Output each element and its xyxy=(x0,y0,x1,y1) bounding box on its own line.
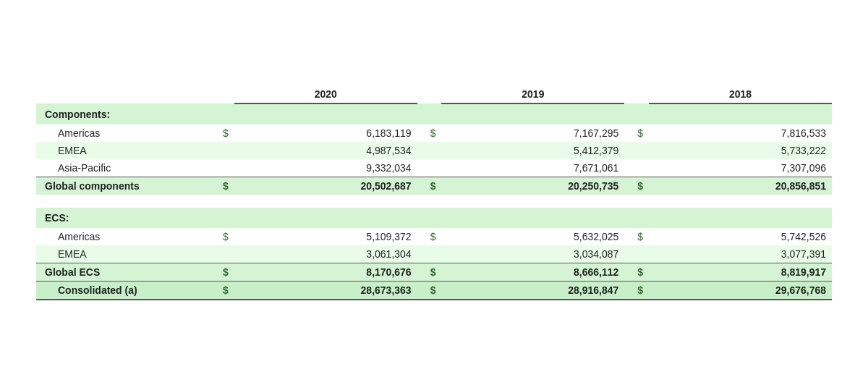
spacer-row xyxy=(36,195,832,208)
total-row: Global components$20,502,687$20,250,735$… xyxy=(36,177,832,195)
consolidated-row: Consolidated (a)$28,673,363$28,916,847$2… xyxy=(36,281,832,300)
data-row: EMEA4,987,5345,412,3795,733,222 xyxy=(36,142,832,159)
header-2020: 2020 xyxy=(234,85,417,103)
data-row: EMEA3,061,3043,034,0873,077,391 xyxy=(36,245,832,263)
header-label-col xyxy=(36,85,210,103)
section-header-row: ECS: xyxy=(36,208,832,228)
data-row: Americas$6,183,119$7,167,295$7,816,533 xyxy=(36,124,832,142)
header-2018: 2018 xyxy=(649,85,832,103)
section-header-row: Components: xyxy=(36,103,832,124)
data-row: Americas$5,109,372$5,632,025$5,742,526 xyxy=(36,228,832,245)
total-row: Global ECS$8,170,676$8,666,112$8,819,917 xyxy=(36,263,832,281)
data-row: Asia-Pacific9,332,0347,671,0617,307,096 xyxy=(36,159,832,177)
header-2019: 2019 xyxy=(441,85,624,103)
financial-table: 2020 2019 2018 Components:Americas$6,183… xyxy=(36,85,832,300)
